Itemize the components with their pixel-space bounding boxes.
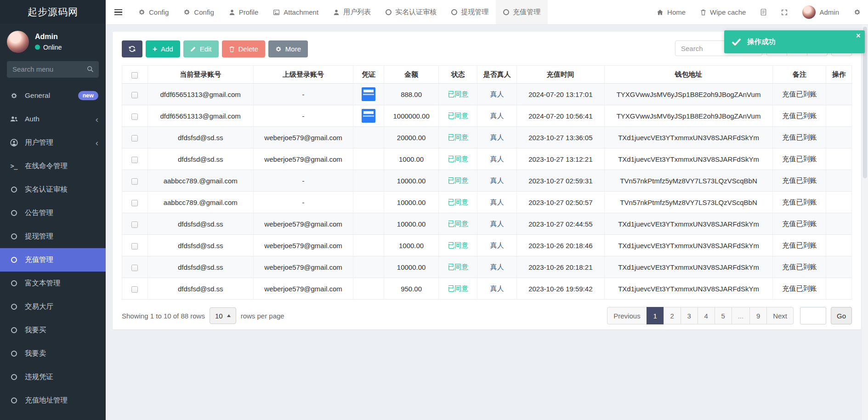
nav-item-home[interactable]: Home [649,0,693,24]
sidebar-item[interactable]: 实名认证审核 [0,178,106,201]
table-row[interactable]: aabbcc789.@gmail.com-10000.00已同意真人2023-1… [122,192,852,213]
row-checkbox[interactable] [131,178,138,185]
sidebar-menu: GeneralnewAuth‹用户管理‹>_在线命令管理实名认证审核公告管理提现… [0,84,106,420]
add-button[interactable]: + Add [146,40,180,57]
pagination-group: Previous12345...9Next Go [607,307,852,324]
user-name: Admin [35,33,62,41]
cell-amount: 888.00 [384,84,439,105]
doc-icon [760,9,766,16]
cell-remark: 充值已到账 [773,170,826,192]
sidebar-item[interactable]: 公告管理 [0,201,106,225]
table-row[interactable]: dfdf65651313@gmail.com-888.00已同意真人2024-0… [122,84,852,105]
caret-up-icon [227,314,231,317]
column-header: 金额 [384,66,439,84]
nav-tab[interactable]: 实名认证审核 [378,0,444,24]
page-2[interactable]: 2 [664,307,681,324]
select-all-checkbox[interactable] [131,72,138,79]
close-icon[interactable]: × [856,31,861,41]
table-row[interactable]: dfdsfsd@sd.ssweberjoe579@gmail.com1000.0… [122,148,852,170]
row-checkbox[interactable] [131,286,138,293]
row-checkbox[interactable] [131,265,138,271]
sidebar-item[interactable]: 交易大厅 [0,295,106,318]
sidebar-item[interactable]: Generalnew [0,84,106,108]
search-icon [87,66,94,73]
page-4[interactable]: 4 [698,307,715,324]
sidebar-item[interactable]: 违规凭证 [0,365,106,389]
sidebar-item[interactable]: 我要买 [0,318,106,342]
nav-tab[interactable]: Config [176,0,221,24]
row-checkbox[interactable] [131,114,138,120]
cell-parent-account: weberjoe579@gmail.com [253,213,353,235]
page-next[interactable]: Next [766,307,794,324]
sidebar-search-input[interactable] [7,61,99,78]
table-row[interactable]: dfdsfsd@sd.ssweberjoe579@gmail.com20000.… [122,127,852,148]
page-1[interactable]: 1 [647,307,664,324]
row-checkbox[interactable] [131,157,138,163]
row-checkbox[interactable] [131,243,138,250]
refresh-button[interactable] [122,40,142,57]
proof-thumbnail[interactable] [362,109,375,123]
go-button[interactable]: Go [831,307,852,324]
page-3[interactable]: 3 [681,307,698,324]
nav-item-admin[interactable]: Admin [795,0,846,24]
sidebar-item[interactable]: 充值地址管理 [0,389,106,412]
nav-tab-label: 提现管理 [461,8,488,17]
delete-button[interactable]: Delete [222,40,265,57]
nav-item[interactable] [846,0,868,24]
sidebar-item[interactable]: 富文本管理 [0,272,106,295]
edit-button[interactable]: Edit [183,40,219,57]
nav-tab[interactable]: Attachment [266,0,326,24]
sidebar-item[interactable]: 用户管理‹ [0,131,106,154]
table-row[interactable]: dfdf65651313@gmail.com-1000000.00已同意真人20… [122,105,852,127]
page-5[interactable]: 5 [715,307,732,324]
sidebar-toggle-button[interactable] [106,0,131,24]
scrollbar[interactable] [862,25,868,420]
sidebar-item[interactable]: Auth‹ [0,108,106,131]
sidebar-item[interactable]: 提现管理 [0,225,106,248]
sidebar-item-label: 公告管理 [25,208,53,218]
table-row[interactable]: dfdsfsd@sd.ssweberjoe579@gmail.com10000.… [122,256,852,278]
more-button[interactable]: More [268,40,308,57]
sidebar-item[interactable]: 大厅卖出记录 [0,412,106,420]
table-row[interactable]: aabbcc789.@gmail.com-10000.00已同意真人2023-1… [122,170,852,192]
circle-icon [451,9,457,15]
nav-tab[interactable]: Config [131,0,176,24]
sidebar-item[interactable]: 我要卖 [0,342,106,365]
sidebar-item-label: 实名认证审核 [25,185,68,194]
circle-icon [9,304,19,310]
column-header: 状态 [439,66,477,84]
sidebar-item[interactable]: 充值管理 [0,248,106,272]
proof-thumbnail[interactable] [362,87,375,101]
nav-tab[interactable]: 充值管理 [496,0,548,24]
circle-icon [11,257,17,263]
page-previous[interactable]: Previous [607,307,647,324]
row-checkbox[interactable] [131,135,138,142]
nav-item-wipe-cache[interactable]: Wipe cache [693,0,753,24]
users-icon [9,116,19,122]
nav-tab[interactable]: 提现管理 [444,0,496,24]
nav-item[interactable] [753,0,774,24]
nav-item[interactable] [774,0,795,24]
nav-item-label: Admin [819,8,839,16]
cell-action [826,278,852,300]
row-checkbox[interactable] [131,200,138,206]
cell-is-real: 真人 [477,105,517,127]
page-9[interactable]: 9 [749,307,767,324]
cell-parent-account: weberjoe579@gmail.com [253,256,353,278]
sidebar-item[interactable]: >_在线命令管理 [0,154,106,178]
cell-wallet-address: TXd1juevcVEt3YTxmmxUN3V8SJARFdSkYm [604,127,773,148]
nav-tab[interactable]: 用户列表 [326,0,378,24]
nav-tab[interactable]: Profile [221,0,266,24]
table-row[interactable]: dfdsfsd@sd.ssweberjoe579@gmail.com950.00… [122,278,852,300]
cell-current-account: dfdsfsd@sd.ss [148,256,253,278]
page-jump-input[interactable] [800,307,826,324]
new-badge: new [78,91,98,100]
table-row[interactable]: dfdsfsd@sd.ssweberjoe579@gmail.com1000.0… [122,235,852,256]
cell-status: 已同意 [439,84,477,105]
column-header: 钱包地址 [604,66,773,84]
page-size-value: 10 [215,312,223,320]
row-checkbox[interactable] [131,221,138,228]
table-row[interactable]: dfdsfsd@sd.ssweberjoe579@gmail.com10000.… [122,213,852,235]
page-size-dropdown[interactable]: 10 [210,307,236,324]
row-checkbox[interactable] [131,92,138,98]
